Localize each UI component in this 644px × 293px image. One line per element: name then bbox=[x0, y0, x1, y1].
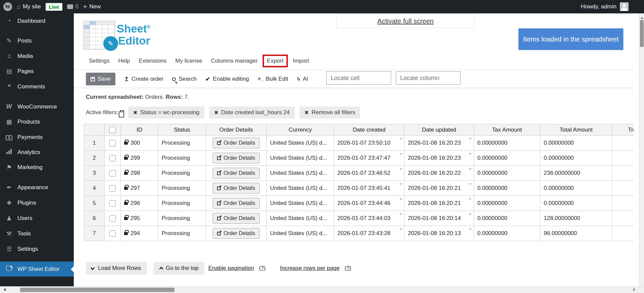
dropdown-arrow-icon[interactable] bbox=[469, 183, 472, 187]
column-header-total-amount[interactable]: Total Amount bbox=[540, 124, 612, 136]
tax-amount-cell[interactable]: 0.00000000 bbox=[474, 196, 540, 211]
order-details-button[interactable]: Order Details bbox=[213, 198, 259, 209]
tab-my-license[interactable]: My license bbox=[171, 58, 207, 64]
comments-counter[interactable]: 0 bbox=[67, 4, 78, 10]
currency-cell[interactable]: United States (US) d... bbox=[267, 136, 334, 151]
row-checkbox[interactable] bbox=[109, 215, 116, 222]
tax-amount-cell[interactable]: 0.00000000 bbox=[474, 181, 540, 196]
id-cell[interactable]: 297 bbox=[121, 181, 158, 196]
date-created-cell[interactable]: 2026-01-07 23:45:41 bbox=[334, 181, 405, 196]
dropdown-arrow-icon[interactable] bbox=[399, 138, 402, 142]
enable-pagination-help-link[interactable]: (?) bbox=[259, 265, 266, 271]
dropdown-arrow-icon[interactable] bbox=[469, 168, 472, 172]
date-updated-cell[interactable]: 2026-01-08 16:20:23 bbox=[405, 151, 474, 166]
vertical-scrollbar-thumb[interactable] bbox=[640, 20, 644, 47]
tax-amount-cell[interactable]: 0.00000000 bbox=[474, 211, 540, 226]
new-menu[interactable]: + New bbox=[83, 3, 101, 11]
currency-cell[interactable]: United States (US) d... bbox=[267, 211, 334, 226]
sidebar-item-posts[interactable]: ✎ Posts bbox=[0, 33, 74, 49]
transaction-cell[interactable] bbox=[612, 196, 634, 211]
sidebar-item-pages[interactable]: ▤ Pages bbox=[0, 64, 74, 79]
currency-cell[interactable]: United States (US) d... bbox=[267, 151, 334, 166]
copy-filters-icon[interactable] bbox=[120, 110, 124, 115]
column-header-tran[interactable]: Tran bbox=[612, 124, 634, 136]
status-cell[interactable]: Processing bbox=[158, 226, 206, 241]
total-amount-cell[interactable]: 0.00000000 bbox=[540, 151, 612, 166]
id-cell[interactable]: 298 bbox=[121, 166, 158, 181]
save-button[interactable]: Save bbox=[86, 73, 115, 85]
tab-extensions[interactable]: Extensions bbox=[134, 58, 171, 64]
sidebar-item-tools[interactable]: ⚒ Tools bbox=[0, 226, 74, 241]
order-details-button[interactable]: Order Details bbox=[213, 138, 259, 148]
status-cell[interactable]: Processing bbox=[158, 136, 206, 151]
currency-cell[interactable]: United States (US) d... bbox=[267, 226, 334, 241]
column-header-tax-amount[interactable]: Tax Amount bbox=[474, 124, 540, 136]
transaction-cell[interactable] bbox=[612, 166, 634, 181]
dropdown-arrow-icon[interactable] bbox=[469, 153, 472, 157]
sidebar-item-settings[interactable]: ☰ Settings bbox=[0, 241, 74, 257]
status-cell[interactable]: Processing bbox=[158, 211, 206, 226]
sidebar-item-appearance[interactable]: ✒ Appearance bbox=[0, 180, 74, 195]
go-to-top-button[interactable]: Go to the top bbox=[154, 262, 204, 275]
total-amount-cell[interactable]: 96.00000000 bbox=[540, 226, 612, 241]
wordpress-logo-icon[interactable]: W bbox=[3, 2, 12, 11]
date-created-cell[interactable]: 2026-01-07 23:50:10 bbox=[334, 136, 405, 151]
dropdown-arrow-icon[interactable] bbox=[469, 213, 472, 217]
tax-amount-cell[interactable]: 0.00000000 bbox=[474, 136, 540, 151]
sidebar-item-products[interactable]: ▦ Products bbox=[0, 114, 74, 130]
date-updated-cell[interactable]: 2026-01-08 16:20:21 bbox=[405, 181, 474, 196]
currency-cell[interactable]: United States (US) d... bbox=[267, 166, 334, 181]
increase-rows-help-link[interactable]: (?) bbox=[344, 265, 351, 271]
filter-chip[interactable]: ✖ Date created last_hours 24 bbox=[209, 106, 295, 119]
filter-chip[interactable]: ✖ Remove all filters bbox=[300, 106, 360, 119]
ai-button[interactable]: ϟ AI bbox=[297, 76, 308, 82]
status-cell[interactable]: Processing bbox=[158, 151, 206, 166]
vertical-scrollbar[interactable] bbox=[639, 13, 644, 286]
total-amount-cell[interactable]: 0.00000000 bbox=[540, 136, 612, 151]
my-site-menu[interactable]: ⌂ My site bbox=[17, 3, 41, 10]
sidebar-item-dashboard[interactable]: ◔ Dashboard bbox=[0, 13, 74, 28]
bulk-edit-button[interactable]: >_ Bulk Edit bbox=[258, 76, 288, 82]
row-checkbox[interactable] bbox=[109, 155, 116, 161]
dropdown-arrow-icon[interactable] bbox=[469, 138, 472, 142]
column-header-status[interactable]: Status bbox=[158, 124, 206, 136]
sidebar-item-marketing[interactable]: ⚑ Marketing bbox=[0, 160, 74, 175]
sidebar-item-media[interactable]: ♫ Media bbox=[0, 49, 74, 64]
remove-filter-icon[interactable]: ✖ bbox=[133, 110, 137, 115]
order-details-button[interactable]: Order Details bbox=[213, 228, 259, 239]
row-checkbox[interactable] bbox=[109, 170, 116, 176]
tab-export[interactable]: Export bbox=[267, 58, 283, 64]
tab-import[interactable]: Import bbox=[288, 58, 313, 64]
scroll-up-arrow-icon[interactable] bbox=[640, 15, 644, 19]
dropdown-arrow-icon[interactable] bbox=[469, 198, 472, 202]
sidebar-item-analytics[interactable]: Analytics bbox=[0, 145, 74, 160]
transaction-cell[interactable] bbox=[612, 151, 634, 166]
total-amount-cell[interactable]: 0.00000000 bbox=[540, 181, 612, 196]
date-created-cell[interactable]: 2026-01-07 23:47:47 bbox=[334, 151, 405, 166]
date-created-cell[interactable]: 2026-01-07 23:44:03 bbox=[334, 211, 405, 226]
column-header-date-created[interactable]: Date created bbox=[334, 124, 405, 136]
tax-amount-cell[interactable]: 0.00000000 bbox=[474, 151, 540, 166]
horizontal-scrollbar[interactable] bbox=[0, 286, 644, 293]
currency-cell[interactable]: United States (US) d... bbox=[267, 181, 334, 196]
locate-cell-input[interactable] bbox=[326, 71, 391, 85]
id-cell[interactable]: 295 bbox=[121, 211, 158, 226]
date-created-cell[interactable]: 2026-01-07 23:44:46 bbox=[334, 196, 405, 211]
scroll-right-arrow-icon[interactable] bbox=[633, 288, 637, 291]
tab-settings[interactable]: Settings bbox=[85, 58, 114, 64]
order-details-button[interactable]: Order Details bbox=[213, 168, 259, 178]
filter-chip[interactable]: ✖ Status = wc-processing bbox=[128, 106, 204, 119]
sidebar-item-payments[interactable]: $ Payments bbox=[0, 130, 74, 145]
remove-filter-icon[interactable]: ✖ bbox=[214, 110, 218, 115]
howdy-admin[interactable]: Howdy, admin bbox=[581, 3, 616, 10]
dropdown-arrow-icon[interactable] bbox=[399, 228, 402, 232]
search-button[interactable]: Search bbox=[172, 76, 197, 82]
row-checkbox[interactable] bbox=[109, 200, 116, 207]
transaction-cell[interactable] bbox=[612, 136, 634, 151]
currency-cell[interactable]: United States (US) d... bbox=[267, 196, 334, 211]
date-updated-cell[interactable]: 2026-01-08 16:20:13 bbox=[405, 226, 474, 241]
order-details-button[interactable]: Order Details bbox=[213, 183, 259, 194]
dropdown-arrow-icon[interactable] bbox=[399, 198, 402, 202]
tax-amount-cell[interactable]: 0.00000000 bbox=[474, 166, 540, 181]
horizontal-scrollbar-thumb[interactable] bbox=[20, 288, 174, 292]
